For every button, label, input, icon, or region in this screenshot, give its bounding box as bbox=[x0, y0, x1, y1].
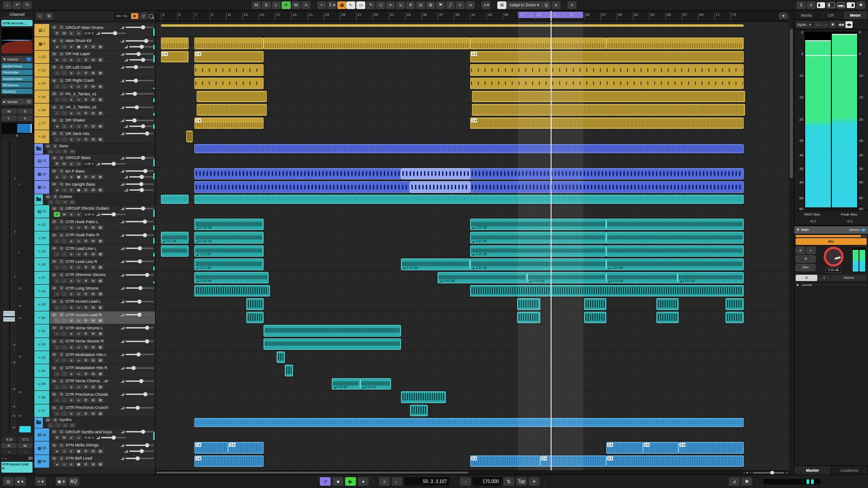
track-lane[interactable] bbox=[156, 181, 789, 194]
record-enable-button[interactable]: ● bbox=[54, 111, 60, 116]
read-automation-button[interactable]: R bbox=[83, 225, 89, 230]
track-row[interactable]: ≈34MSGTR Modulation Hits R●◁e∞RW▤ bbox=[34, 364, 155, 377]
solo-button[interactable]: S bbox=[58, 299, 65, 304]
horizontal-scroll-thumb[interactable] bbox=[156, 472, 468, 474]
tempo-value[interactable]: 170.000 bbox=[472, 477, 501, 486]
track-lane[interactable]: -1.01 dB-4.21 dB bbox=[156, 245, 789, 258]
volume-value[interactable]: -5.00⇅ bbox=[83, 31, 95, 36]
audio-input-dropdown[interactable]: ≈ ▾ bbox=[35, 477, 46, 486]
mute-button[interactable]: M bbox=[51, 246, 57, 251]
midi-input-dropdown[interactable]: ◉ ▾ bbox=[56, 477, 67, 486]
punch-button[interactable]: ↧ ▾ bbox=[327, 1, 337, 9]
volume-slider[interactable] bbox=[120, 66, 154, 69]
track-row[interactable]: ≈15MSPK_4_Tambo_v1●◁e∞RW▤ bbox=[34, 90, 155, 103]
tab-cr[interactable]: CR bbox=[819, 11, 843, 19]
mute-button[interactable]: M bbox=[51, 456, 57, 461]
volume-slider[interactable] bbox=[120, 169, 154, 173]
clip[interactable] bbox=[401, 168, 470, 179]
home-button[interactable]: ⌂ bbox=[3, 1, 12, 9]
record-enable-button[interactable]: ● bbox=[54, 174, 60, 179]
clip[interactable] bbox=[410, 181, 470, 192]
volume-value[interactable]: -4.55⇅ bbox=[83, 161, 95, 166]
volume-slider[interactable] bbox=[120, 326, 154, 329]
take-badge[interactable]: 1 ▾ bbox=[471, 456, 477, 460]
write-automation-button[interactable]: W bbox=[61, 161, 67, 166]
clip[interactable] bbox=[470, 38, 606, 49]
volume-slider[interactable] bbox=[120, 393, 154, 396]
read-automation-button[interactable]: R bbox=[83, 291, 89, 296]
track-row[interactable]: ▦39MSSYN Mello Strings●◁e▦RW▤ bbox=[34, 441, 155, 455]
volume-slider[interactable] bbox=[124, 188, 154, 192]
stereo-combine-button[interactable]: ∞ bbox=[75, 411, 82, 416]
record-enable-button[interactable]: ● bbox=[1, 449, 17, 455]
clip[interactable] bbox=[186, 131, 193, 142]
mute-button[interactable]: M bbox=[51, 52, 57, 56]
clip[interactable]: 1 ▾ bbox=[194, 117, 264, 129]
solo-button[interactable]: S bbox=[58, 233, 65, 238]
tab-master[interactable]: Master bbox=[794, 466, 831, 474]
meter-type-dropdown[interactable]: Digital...▾ bbox=[796, 21, 812, 28]
track-lane[interactable]: 1 ▾1 ▾ bbox=[156, 117, 789, 130]
record-enable-button[interactable]: ● bbox=[47, 423, 54, 428]
stereo-combine-button[interactable]: ∞ bbox=[75, 84, 82, 89]
cycle-button[interactable]: ↺ bbox=[320, 477, 330, 486]
dim-button[interactable]: Dim bbox=[796, 264, 816, 271]
write-automation-button[interactable]: W bbox=[90, 462, 96, 467]
stereo-combine-button[interactable]: ∞ bbox=[75, 265, 82, 270]
channel-settings-button[interactable]: ▤ bbox=[97, 225, 104, 230]
punch-in-button[interactable]: ◉ bbox=[379, 477, 390, 486]
stereo-combine-button[interactable]: ∞ bbox=[75, 305, 82, 310]
stereo-combine-button[interactable]: ∞ bbox=[75, 398, 82, 403]
clip[interactable] bbox=[194, 285, 270, 296]
monitor-button[interactable]: ◁ bbox=[61, 57, 67, 62]
insert-slot-4[interactable]: REVerence bbox=[1, 82, 33, 88]
clip[interactable]: 7.97 dB bbox=[161, 232, 189, 243]
mute-tool[interactable]: ✗ bbox=[406, 1, 415, 9]
clip[interactable]: 1 ▾ bbox=[194, 51, 264, 62]
volume-slider[interactable] bbox=[124, 175, 154, 178]
record-enable-button[interactable]: ● bbox=[54, 462, 60, 467]
automation-l-button[interactable]: L bbox=[272, 1, 281, 9]
clip[interactable]: 1 ▾ bbox=[194, 442, 229, 453]
edit-channel-button[interactable]: e bbox=[68, 449, 75, 454]
track-row[interactable]: ▤38MSGROUP Synths and KeysRWe∞-5.00⇅ bbox=[34, 428, 155, 441]
track-lane[interactable] bbox=[156, 364, 789, 377]
mute-button[interactable]: M bbox=[45, 194, 51, 199]
edit-channel-button[interactable]: e bbox=[68, 291, 75, 296]
solo-button[interactable]: S bbox=[58, 182, 65, 187]
mute-button[interactable]: M bbox=[51, 312, 57, 317]
monitor-button[interactable]: ◁ bbox=[61, 137, 67, 142]
spinner-icon[interactable]: ⇅ bbox=[92, 213, 94, 216]
write-automation-button[interactable]: W bbox=[90, 188, 96, 192]
channel-settings-button[interactable]: ▤ bbox=[97, 188, 104, 192]
feedback-button[interactable]: ◎ bbox=[3, 477, 14, 486]
solo-button[interactable]: S bbox=[58, 312, 65, 317]
clip[interactable] bbox=[264, 325, 401, 336]
channel-settings-button[interactable]: ▤ bbox=[97, 124, 104, 129]
lanes-button[interactable]: ≡ bbox=[567, 1, 576, 9]
volume-slider[interactable] bbox=[120, 313, 154, 316]
clip[interactable]: -4.21 dB bbox=[470, 258, 606, 270]
monitor-button[interactable]: ◁ bbox=[61, 278, 67, 283]
volume-slider[interactable] bbox=[120, 132, 154, 135]
monitor-button[interactable]: ◁ bbox=[61, 225, 67, 230]
track-lane[interactable] bbox=[156, 103, 789, 117]
clip[interactable] bbox=[584, 312, 606, 323]
take-badge[interactable]: 3 ▾ bbox=[607, 456, 613, 460]
track-lane[interactable]: 1 ▾1 ▾2 ▾3 ▾ bbox=[156, 455, 789, 468]
mute-button[interactable]: M bbox=[51, 405, 57, 410]
record-enable-button[interactable]: ● bbox=[54, 137, 60, 142]
solo-button[interactable]: S bbox=[58, 246, 65, 251]
volume-slider[interactable] bbox=[120, 156, 154, 160]
clip[interactable] bbox=[197, 104, 267, 115]
clip[interactable]: 3 ▾ bbox=[606, 455, 744, 467]
monitor-button[interactable]: ◁ bbox=[61, 411, 67, 416]
read-automation-button[interactable]: R bbox=[54, 161, 60, 166]
read-automation-button[interactable]: R bbox=[83, 44, 89, 49]
take-badge[interactable]: 1 ▾ bbox=[195, 118, 201, 122]
control-room-level-knob[interactable] bbox=[824, 247, 844, 267]
stop-button[interactable]: ■ bbox=[332, 477, 343, 486]
clip[interactable] bbox=[264, 38, 470, 49]
record-enable-button[interactable]: ● bbox=[54, 449, 60, 454]
transport-position[interactable]: 50. 3. 3.107 bbox=[404, 477, 449, 486]
